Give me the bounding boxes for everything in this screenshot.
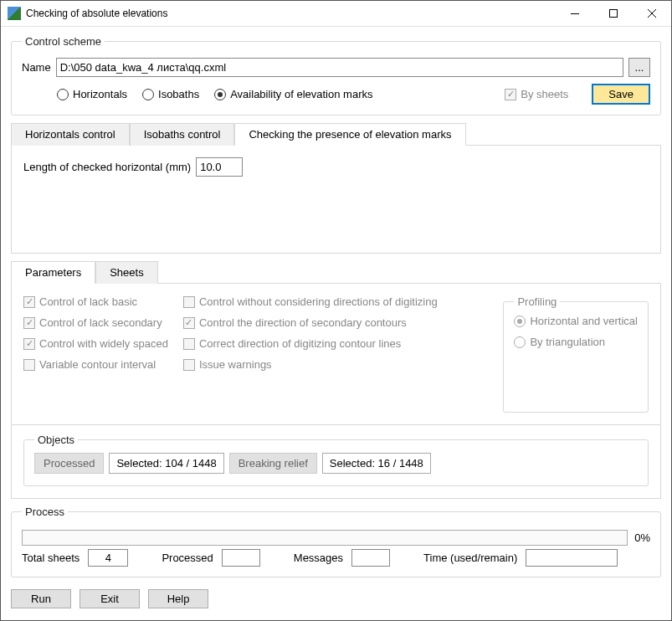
- breaking-relief-button[interactable]: Breaking relief: [229, 453, 317, 474]
- save-button[interactable]: Save: [592, 84, 650, 105]
- progress-percent: 0%: [634, 531, 650, 544]
- objects-legend: Objects: [34, 434, 78, 446]
- check-direction-secondary: ✓Control the direction of secondary cont…: [183, 316, 438, 329]
- checkbox-icon: ✓: [23, 338, 35, 350]
- length-input[interactable]: [196, 157, 243, 177]
- check-label: Variable contour interval: [39, 358, 156, 371]
- tab-checking-presence[interactable]: Checking the presence of elevation marks: [234, 123, 465, 146]
- checkbox-icon: ✓: [23, 296, 35, 308]
- tab-isobaths-control[interactable]: Isobaths control: [130, 123, 235, 146]
- params-panel: ✓Control of lack basic ✓Control of lack …: [11, 283, 661, 425]
- close-button[interactable]: [633, 1, 671, 26]
- objects-row: Processed Selected: 104 / 1448 Breaking …: [34, 453, 638, 474]
- process-group: Process 0% Total sheets Processed Messag…: [11, 506, 661, 577]
- action-buttons: Run Exit Help: [11, 589, 661, 608]
- check-lack-basic: ✓Control of lack basic: [23, 295, 168, 308]
- help-button[interactable]: Help: [148, 589, 208, 608]
- radio-icon: [214, 89, 226, 100]
- name-row: Name ...: [22, 58, 650, 77]
- objects-wrapper: Objects Processed Selected: 104 / 1448 B…: [11, 425, 661, 499]
- name-label: Name: [22, 61, 51, 74]
- check-variable-interval: Variable contour interval: [23, 358, 168, 371]
- radio-availability[interactable]: Availability of elevation marks: [214, 88, 372, 100]
- radio-horizontals[interactable]: Horizontals: [57, 88, 127, 100]
- process-legend: Process: [22, 506, 68, 518]
- radio-label: Availability of elevation marks: [230, 88, 372, 100]
- total-sheets-input[interactable]: [88, 549, 128, 567]
- check-lack-secondary: ✓Control of lack secondary: [23, 316, 168, 329]
- radio-label: Horizontal and vertical: [530, 315, 638, 327]
- by-sheets-check: ✓ By sheets: [505, 88, 568, 100]
- radio-icon: [142, 89, 154, 100]
- messages-label: Messages: [294, 552, 343, 564]
- processed-input[interactable]: [222, 549, 260, 567]
- messages-input[interactable]: [351, 549, 390, 567]
- checkbox-icon: [183, 296, 195, 308]
- main-tabs: Horizontals control Isobaths control Che…: [11, 123, 661, 146]
- radio-label: By triangulation: [530, 336, 605, 348]
- check-label: Control of lack secondary: [39, 316, 162, 329]
- breaking-selected: Selected: 16 / 1448: [322, 453, 431, 474]
- objects-group: Objects Processed Selected: 104 / 1448 B…: [23, 434, 649, 486]
- window-title: Checking of absolute elevations: [26, 8, 556, 19]
- check-issue-warnings: Issue warnings: [183, 358, 438, 371]
- radio-isobaths[interactable]: Isobaths: [142, 88, 199, 100]
- svg-rect-0: [571, 13, 579, 14]
- tab-parameters[interactable]: Parameters: [11, 261, 95, 284]
- name-input[interactable]: [56, 58, 623, 77]
- radio-icon: [514, 316, 526, 327]
- profiling-group: Profiling Horizontal and vertical By tri…: [503, 295, 649, 413]
- processed-button[interactable]: Processed: [34, 453, 104, 474]
- length-label: Length of checked horizontal (mm): [23, 161, 191, 173]
- exit-button[interactable]: Exit: [80, 589, 140, 608]
- main-tab-container: Horizontals control Isobaths control Che…: [11, 122, 661, 254]
- app-icon: [8, 7, 21, 20]
- titlebar: Checking of absolute elevations: [1, 1, 671, 27]
- mode-radio-row: Horizontals Isobaths Availability of ele…: [22, 84, 650, 105]
- checkbox-icon: [23, 359, 35, 371]
- control-scheme-group: Control scheme Name ... Horizontals Isob…: [11, 35, 661, 115]
- progress-row: 0%: [22, 530, 650, 546]
- radio-horizontal-vertical: Horizontal and vertical: [514, 315, 638, 327]
- window: Checking of absolute elevations Control …: [0, 0, 672, 621]
- check-col-1: ✓Control of lack basic ✓Control of lack …: [23, 295, 168, 413]
- time-label: Time (used/remain): [423, 552, 517, 564]
- progress-bar: [22, 530, 628, 546]
- check-col-2: Control without considering directions o…: [183, 295, 438, 413]
- window-controls: [556, 1, 671, 26]
- main-tab-panel: Length of checked horizontal (mm): [11, 145, 661, 254]
- checkbox-icon: ✓: [23, 317, 35, 329]
- check-label: Issue warnings: [199, 358, 272, 371]
- run-button[interactable]: Run: [11, 589, 71, 608]
- by-sheets-label: By sheets: [521, 88, 568, 100]
- checkbox-icon: ✓: [183, 317, 195, 329]
- svg-rect-1: [610, 10, 618, 18]
- content-area: Control scheme Name ... Horizontals Isob…: [1, 27, 671, 620]
- total-sheets-label: Total sheets: [22, 552, 80, 564]
- profiling-legend: Profiling: [514, 295, 560, 308]
- processed-selected: Selected: 104 / 1448: [109, 453, 223, 474]
- length-row: Length of checked horizontal (mm): [23, 157, 649, 177]
- check-without-directions: Control without considering directions o…: [183, 295, 438, 308]
- tab-sheets[interactable]: Sheets: [95, 261, 157, 284]
- control-scheme-legend: Control scheme: [22, 35, 105, 48]
- stats-row: Total sheets Processed Messages Time (us…: [22, 549, 650, 567]
- params-tab-container: Parameters Sheets ✓Control of lack basic…: [11, 260, 661, 425]
- browse-button[interactable]: ...: [628, 58, 650, 77]
- maximize-button[interactable]: [594, 1, 633, 26]
- tab-horizontals-control[interactable]: Horizontals control: [11, 123, 130, 146]
- radio-icon: [57, 89, 69, 100]
- check-widely-spaced: ✓Control with widely spaced: [23, 337, 168, 350]
- check-label: Control of lack basic: [39, 295, 137, 308]
- ellipsis-icon: ...: [635, 61, 644, 74]
- params-tabs: Parameters Sheets: [11, 261, 661, 284]
- check-label: Control without considering directions o…: [199, 295, 438, 308]
- radio-icon: [514, 336, 526, 348]
- check-label: Correct direction of digitizing contour …: [199, 337, 401, 350]
- checkbox-icon: [183, 338, 195, 350]
- minimize-button[interactable]: [556, 1, 594, 26]
- radio-label: Horizontals: [73, 88, 127, 100]
- checkbox-icon: ✓: [505, 89, 516, 100]
- time-input[interactable]: [526, 549, 618, 567]
- radio-label: Isobaths: [158, 88, 199, 100]
